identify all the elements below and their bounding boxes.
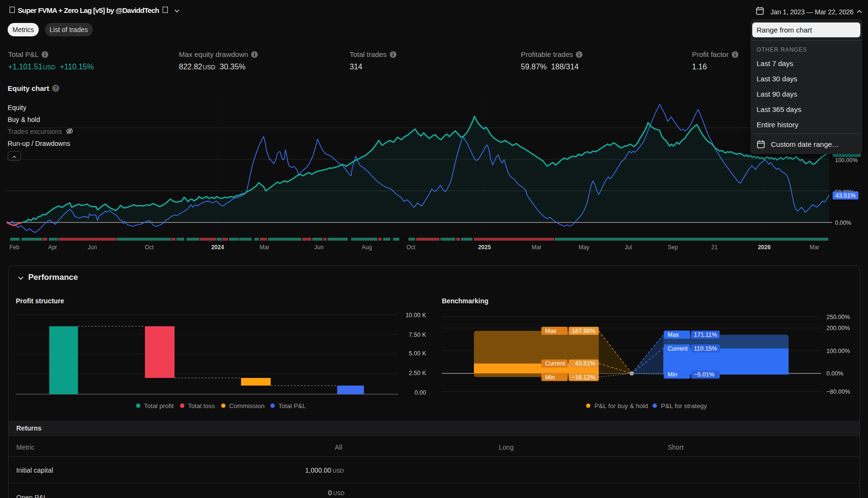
svg-text:Commission: Commission <box>229 402 264 409</box>
svg-text:Mar: Mar <box>532 244 542 251</box>
svg-text:187.98%: 187.98% <box>572 328 595 334</box>
svg-text:43.51%: 43.51% <box>575 360 595 367</box>
svg-text:Current: Current <box>668 345 688 352</box>
svg-text:100.00%: 100.00% <box>826 348 850 354</box>
svg-text:Max: Max <box>668 332 679 338</box>
svg-text:110.15%: 110.15% <box>694 345 717 352</box>
svg-text:Apr: Apr <box>48 244 57 251</box>
svg-text:0.00%: 0.00% <box>826 370 843 377</box>
svg-text:Jun: Jun <box>314 244 323 251</box>
svg-text:10.00 K: 10.00 K <box>406 312 427 319</box>
svg-text:P&L for buy & hold: P&L for buy & hold <box>594 402 648 409</box>
svg-text:5.00 K: 5.00 K <box>409 350 427 357</box>
svg-text:2026: 2026 <box>758 244 771 251</box>
svg-text:Oct: Oct <box>145 244 154 251</box>
svg-text:Min: Min <box>545 374 555 381</box>
svg-text:Min: Min <box>668 371 677 378</box>
svg-text:21: 21 <box>711 244 718 251</box>
svg-text:Sep: Sep <box>668 244 678 251</box>
svg-text:Feb: Feb <box>10 244 20 251</box>
svg-text:Max: Max <box>545 328 557 334</box>
svg-text:250.00%: 250.00% <box>826 314 850 321</box>
svg-text:2024: 2024 <box>211 244 224 251</box>
svg-text:Current: Current <box>545 360 565 367</box>
svg-text:2.50 K: 2.50 K <box>409 370 427 376</box>
svg-text:43.51%: 43.51% <box>835 192 856 199</box>
svg-text:May: May <box>579 244 590 251</box>
svg-text:Jul: Jul <box>625 244 632 251</box>
svg-text:100.00%: 100.00% <box>835 157 858 164</box>
svg-text:Mar: Mar <box>260 244 270 251</box>
svg-text:Aug: Aug <box>362 244 372 251</box>
svg-text:Mar: Mar <box>810 244 820 251</box>
svg-text:P&L for strategy: P&L for strategy <box>661 402 707 409</box>
svg-text:2025: 2025 <box>478 244 491 251</box>
svg-text:0.00: 0.00 <box>415 389 426 396</box>
svg-text:200.00%: 200.00% <box>826 325 850 332</box>
svg-text:0.00%: 0.00% <box>835 220 851 226</box>
svg-text:171.11%: 171.11% <box>694 332 717 338</box>
svg-text:7.50 K: 7.50 K <box>409 332 427 338</box>
svg-text:Total loss: Total loss <box>188 402 215 409</box>
svg-text:Oct: Oct <box>407 244 416 251</box>
svg-text:−16.12%: −16.12% <box>571 374 595 381</box>
svg-text:Total P&L: Total P&L <box>278 402 306 409</box>
svg-text:Total profit: Total profit <box>144 402 174 409</box>
svg-text:−80.00%: −80.00% <box>826 388 850 395</box>
svg-text:−5.01%: −5.01% <box>694 371 714 378</box>
svg-text:Jun: Jun <box>88 244 97 251</box>
